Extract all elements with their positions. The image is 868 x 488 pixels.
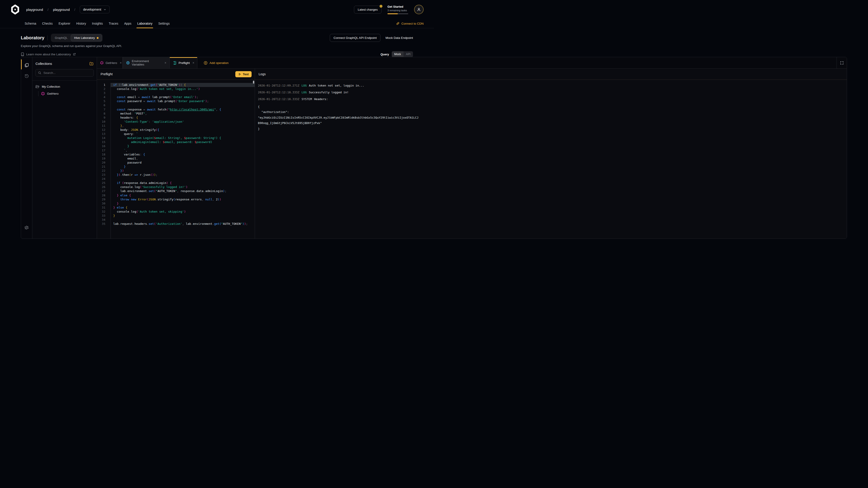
code-line[interactable]: headers: { xyxy=(113,116,255,120)
operation-item-gethero[interactable]: GetHero xyxy=(41,91,94,96)
nav-item-settings[interactable]: Settings xyxy=(155,19,173,28)
tab-preflight[interactable]: Preflight × xyxy=(170,57,197,68)
code-line[interactable]: const response = await fetch("http://loc… xyxy=(113,107,255,111)
connect-graphql-endpoint-button[interactable]: Connect GraphQL API Endpoint xyxy=(330,34,381,42)
learn-more-label: Learn more about the Laboratory xyxy=(26,53,71,56)
nav-item-history[interactable]: History xyxy=(73,19,89,28)
code-line[interactable]: } xyxy=(113,144,255,148)
code-line[interactable]: body: JSON.stringify({ xyxy=(113,128,255,132)
code-line[interactable]: method: "POST", xyxy=(113,111,255,116)
code-line[interactable]: } xyxy=(113,201,255,205)
logs-panel: Logs 2026-01-26T12:12:09.271Z LOG Auth t… xyxy=(255,69,434,238)
tab-label: GetHero xyxy=(105,61,117,65)
hive-logo-icon[interactable] xyxy=(10,4,20,14)
nav-item-apps[interactable]: Apps xyxy=(121,19,134,28)
learn-more-link[interactable]: Learn more about the Laboratory xyxy=(21,53,76,56)
test-button-label: Test xyxy=(243,72,249,76)
connect-to-cdn-link[interactable]: Connect to CDN xyxy=(396,19,424,28)
code-line[interactable]: query: ` xyxy=(113,132,255,136)
add-collection-icon[interactable] xyxy=(89,61,94,66)
close-tab-icon[interactable]: × xyxy=(120,61,122,65)
code-line[interactable]: adminLogin(email: $email, password: $pas… xyxy=(113,140,255,144)
get-started-progressbar xyxy=(388,13,408,14)
preflight-editor-panel: Preflight Test 1234567891011121314151617… xyxy=(97,69,255,238)
query-label: Query xyxy=(380,53,389,56)
code-line[interactable]: 'Content-Type': 'application/json' xyxy=(113,120,255,124)
editor-scrollbar-thumb[interactable] xyxy=(253,80,254,84)
user-avatar[interactable] xyxy=(414,5,424,14)
code-line[interactable]: ​ xyxy=(113,177,255,181)
mode-option-hive-laboratory[interactable]: Hive Laboratory xyxy=(71,34,102,41)
code-lines[interactable]: if (!lab.environment.get("AUTH_TOKEN")) … xyxy=(111,83,255,238)
mode-option-label: Hive Laboratory xyxy=(74,36,95,39)
code-line[interactable]: password xyxy=(113,161,255,165)
primary-nav: Schema Checks Explorer History Insights … xyxy=(0,19,434,28)
code-line[interactable]: throw new Error(JSON.stringify(response.… xyxy=(113,197,255,201)
breadcrumb-project[interactable]: playground xyxy=(53,8,70,11)
code-editor[interactable]: 1234567891011121314151617181920212223242… xyxy=(97,80,255,238)
tab-gethero[interactable]: GetHero × xyxy=(97,57,123,68)
settings-gear-icon[interactable] xyxy=(23,224,31,231)
nav-item-checks[interactable]: Checks xyxy=(39,19,56,28)
collection-folder-label: My Collection xyxy=(42,85,60,88)
mode-option-graphiql[interactable]: GraphiQL xyxy=(52,35,70,41)
latest-changes-button[interactable]: Latest changes xyxy=(354,6,381,13)
code-line[interactable]: }).then(r => r.json()); xyxy=(113,173,255,177)
nav-item-insights[interactable]: Insights xyxy=(89,19,106,28)
graphql-icon xyxy=(100,61,103,65)
collections-rail-button[interactable] xyxy=(23,61,31,69)
endpoint-mode-mock[interactable]: Mock xyxy=(392,51,403,57)
code-line[interactable]: const password = await lab.prompt('Enter… xyxy=(113,99,255,103)
code-line[interactable]: }) xyxy=(113,169,255,173)
close-tab-icon[interactable]: × xyxy=(193,61,194,65)
connect-to-cdn-label: Connect to CDN xyxy=(401,22,424,25)
get-started-widget[interactable]: Get Started 3 remaining tasks xyxy=(388,5,408,14)
mock-data-endpoint-button[interactable]: Mock Data Endpoint xyxy=(385,36,413,39)
yellow-dot xyxy=(97,37,98,39)
code-line[interactable]: if (response.data.adminLogin) { xyxy=(113,181,255,185)
latest-changes-label: Latest changes xyxy=(358,8,378,11)
code-line[interactable]: lab.request.headers.set('Authorization',… xyxy=(113,222,255,226)
endpoint-mode-api[interactable]: API xyxy=(403,51,413,57)
add-operation-button[interactable]: Add operation xyxy=(200,57,232,68)
code-line[interactable]: } xyxy=(113,165,255,169)
code-line[interactable]: email, xyxy=(113,157,255,161)
nav-item-laboratory[interactable]: Laboratory xyxy=(134,19,155,28)
code-line[interactable]: } else { xyxy=(113,205,255,210)
search-input[interactable] xyxy=(43,71,91,74)
tab-label: Preflight xyxy=(179,61,190,65)
collections-search[interactable] xyxy=(35,69,94,76)
code-line[interactable]: console.log('Auth token set, skipping') xyxy=(113,210,255,214)
chevron-down-icon xyxy=(103,8,106,11)
tab-environment-variables[interactable]: Environment Variables × xyxy=(123,57,170,68)
code-line[interactable]: variables: { xyxy=(113,153,255,157)
code-line[interactable]: console.log('Successfully logged in!') xyxy=(113,185,255,189)
target-select[interactable]: development xyxy=(80,6,110,13)
search-icon xyxy=(38,71,41,74)
code-line[interactable]: }, xyxy=(113,124,255,128)
code-line[interactable]: } else { xyxy=(113,193,255,197)
code-line[interactable]: `, xyxy=(113,149,255,153)
collection-folder-item[interactable]: My Collection xyxy=(35,85,94,89)
close-tab-icon[interactable]: × xyxy=(164,61,166,65)
target-select-value: development xyxy=(83,8,101,11)
history-rail-button[interactable] xyxy=(23,72,31,80)
collections-title: Collections xyxy=(35,62,52,66)
rail-active-indicator xyxy=(21,59,22,69)
laboratory-workspace: Collections My Collection xyxy=(21,57,434,239)
code-line[interactable]: const email = await lab.prompt('Enter em… xyxy=(113,95,255,99)
nav-item-schema[interactable]: Schema xyxy=(22,19,39,28)
nav-item-explorer[interactable]: Explorer xyxy=(56,19,73,28)
code-line[interactable]: if (!lab.environment.get("AUTH_TOKEN")) … xyxy=(111,83,255,87)
breadcrumb-org[interactable]: playground xyxy=(26,8,43,11)
code-line[interactable]: lab.environment.set("AUTH_TOKEN", respon… xyxy=(113,189,255,193)
code-line[interactable]: } xyxy=(113,214,255,218)
code-line[interactable]: console.log('Auth token not set, loggin … xyxy=(113,87,255,91)
test-button[interactable]: Test xyxy=(235,71,252,77)
code-line[interactable]: ​ xyxy=(113,218,255,222)
code-line[interactable]: mutation Login($email: String!, $passwor… xyxy=(113,136,255,140)
nav-item-traces[interactable]: Traces xyxy=(106,19,121,28)
code-line[interactable]: ​ xyxy=(113,103,255,107)
code-line[interactable]: ​ xyxy=(113,91,255,95)
person-icon xyxy=(416,7,421,12)
